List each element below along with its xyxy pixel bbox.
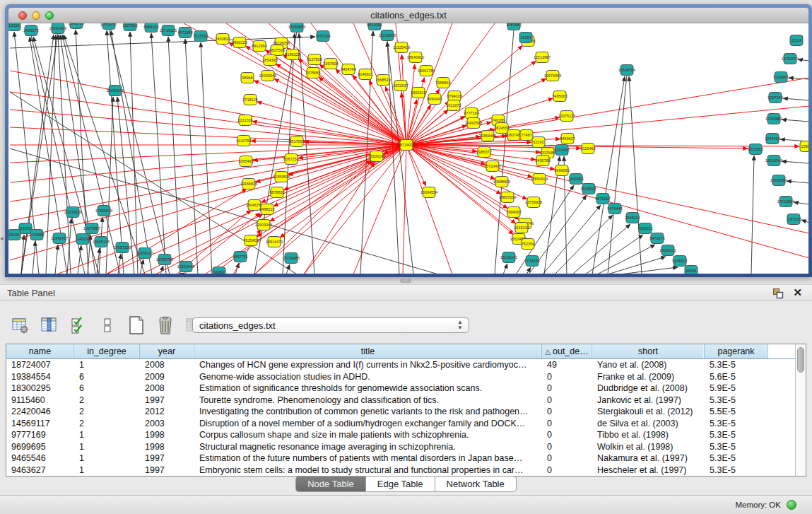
table-cell[interactable]: 5.6E-5 (705, 371, 768, 383)
graph-node[interactable]: 1244413 (765, 134, 779, 144)
table-cell[interactable]: 1997 (140, 395, 194, 407)
table-cell[interactable]: 5.3E-5 (705, 465, 768, 477)
table-cell[interactable]: 9699695 (6, 441, 74, 453)
table-cell[interactable]: 1 (74, 465, 140, 477)
graph-node[interactable]: 13150 (8, 23, 20, 31)
table-row[interactable]: 977716911998Corpus callosum shape and si… (6, 429, 795, 441)
graph-node[interactable]: 6879197 (595, 194, 610, 204)
table-cell[interactable]: 1998 (140, 441, 194, 453)
graph-node[interactable]: 7932621 (637, 223, 652, 234)
table-cell[interactable]: 9115460 (6, 395, 74, 407)
column-header-pagerank[interactable]: pagerank (705, 344, 768, 358)
graph-node[interactable]: 20053346 (107, 86, 124, 96)
table-cell[interactable]: 0 (542, 418, 592, 430)
table-cell[interactable]: Franke et al. (2009) (592, 371, 705, 383)
graph-node[interactable]: 15692981 (770, 175, 787, 186)
graph-node[interactable]: 20206536 (64, 207, 81, 218)
graph-node[interactable]: 96945 (685, 266, 698, 274)
graph-node[interactable]: 1733426 (524, 256, 539, 267)
graph-node[interactable]: 8213496 (554, 145, 569, 156)
graph-node[interactable]: 3375685 (305, 68, 320, 78)
table-cell[interactable]: 0 (542, 395, 592, 407)
table-cell[interactable]: 14569117 (6, 418, 74, 430)
graph-node[interactable]: 1568520 (375, 75, 390, 86)
table-cell[interactable]: 5.3E-5 (705, 395, 768, 407)
graph-node[interactable]: 8267150 (283, 154, 298, 165)
table-cell[interactable]: Embryonic stem cells: a model to study s… (194, 465, 542, 477)
graph-node[interactable]: 8990443 (427, 94, 442, 105)
graph-node[interactable]: 77487 (520, 130, 533, 141)
graph-node[interactable]: 3322037 (393, 81, 408, 91)
graph-node[interactable]: 18807209 (499, 192, 516, 203)
table-row[interactable]: 2242004622012Investigating the contribut… (6, 406, 795, 418)
graph-node[interactable]: 17359924 (95, 206, 112, 216)
table-cell[interactable]: Hescheler et al. (1997) (592, 465, 705, 477)
graph-node[interactable]: 10719125 (160, 25, 177, 36)
graph-node[interactable]: 11124 (790, 35, 803, 46)
tab-edge-table[interactable]: Edge Table (366, 476, 435, 492)
graph-node[interactable]: 11325419 (393, 42, 410, 53)
graph-node[interactable]: 15218506 (379, 30, 396, 41)
collapse-sidebar-icon[interactable]: ◂ (0, 235, 4, 242)
panel-splitter-handle[interactable] (400, 279, 411, 283)
table-cell[interactable]: 22420046 (6, 406, 74, 418)
table-row[interactable]: 1938455462009Genome-wide association stu… (6, 371, 795, 383)
graph-node[interactable]: 8454749 (341, 64, 355, 75)
table-cell[interactable]: 0 (542, 441, 592, 453)
graph-node[interactable]: 39159 (8, 230, 20, 240)
graph-node[interactable]: 12975125 (558, 111, 575, 122)
table-cell[interactable]: 1997 (140, 465, 194, 477)
graph-node[interactable]: 7515526 (193, 31, 208, 42)
graph-node[interactable]: 12409946 (255, 220, 272, 230)
graph-node[interactable]: 13756928 (525, 197, 542, 208)
graph-node[interactable]: 2643719 (69, 23, 83, 29)
graph-node[interactable]: 2367608 (323, 59, 338, 69)
graph-node[interactable]: 7857224 (315, 31, 330, 42)
table-cell[interactable]: 5.3E-5 (705, 429, 768, 441)
table-cell[interactable]: 2008 (140, 359, 194, 371)
graph-node[interactable]: 10653267 (100, 23, 117, 30)
graph-node[interactable]: 8186328 (285, 49, 300, 60)
graph-node[interactable]: 19166825 (240, 179, 257, 189)
graph-node[interactable]: 9463627 (560, 134, 575, 144)
graph-node[interactable]: 10497568 (465, 118, 482, 129)
graph-node[interactable]: 7984067 (506, 207, 521, 218)
graph-node[interactable]: 7485063 (552, 91, 567, 102)
network-canvas[interactable]: 1872400718300295746382259601238912954182… (8, 23, 808, 274)
column-header-title[interactable]: title (194, 344, 542, 358)
graph-node[interactable]: 752254 (522, 239, 534, 250)
graph-node[interactable]: 2718126 (242, 95, 257, 105)
table-cell[interactable]: Dudbridge et al. (2008) (592, 382, 705, 395)
column-header-indegree[interactable]: in_degree (74, 344, 140, 358)
table-cell[interactable]: Changes of HCN gene expression and I(f) … (194, 359, 542, 371)
table-cell[interactable]: 9463627 (6, 465, 74, 477)
graph-node[interactable]: 16154 (519, 33, 532, 43)
graph-node[interactable]: 10654112 (659, 245, 676, 256)
table-cell[interactable]: 19384554 (6, 371, 74, 383)
table-cell[interactable]: 6 (74, 382, 140, 395)
graph-node[interactable]: 98968 (241, 73, 254, 83)
table-cell[interactable]: Yano et al. (2008) (592, 359, 705, 371)
graph-node[interactable]: 1621072 (446, 100, 461, 111)
select-all-icon[interactable] (68, 315, 89, 336)
graph-node[interactable]: 2087682 (506, 23, 521, 30)
network-window-titlebar[interactable]: citations_edges.txt (8, 8, 808, 23)
graph-node[interactable]: 15751074 (782, 54, 799, 64)
table-select-column-icon[interactable] (39, 315, 60, 336)
graph-node[interactable]: 3824554 (494, 123, 509, 134)
table-cell[interactable]: 5.3E-5 (705, 359, 768, 371)
graph-node[interactable]: 9115460 (580, 144, 595, 154)
table-cell[interactable]: 0 (542, 429, 592, 441)
table-cell[interactable]: de Silva et al. (2003) (592, 418, 705, 430)
graph-node[interactable]: 16958107 (136, 248, 153, 259)
graph-node[interactable]: 20691406 (49, 23, 66, 34)
float-panel-icon[interactable] (772, 288, 784, 299)
graph-node[interactable]: 1327602 (122, 23, 137, 31)
table-cell[interactable]: 5.3E-5 (705, 441, 768, 453)
graph-node[interactable]: 1167533 (786, 214, 801, 225)
graph-node[interactable]: 1145190 (75, 234, 90, 245)
graph-node[interactable]: 9146821 (358, 69, 372, 80)
graph-node[interactable]: 4671358 (177, 28, 192, 38)
graph-node[interactable]: 1215683 (29, 230, 44, 240)
table-cell[interactable]: Estimation of significance thresholds fo… (194, 382, 542, 395)
